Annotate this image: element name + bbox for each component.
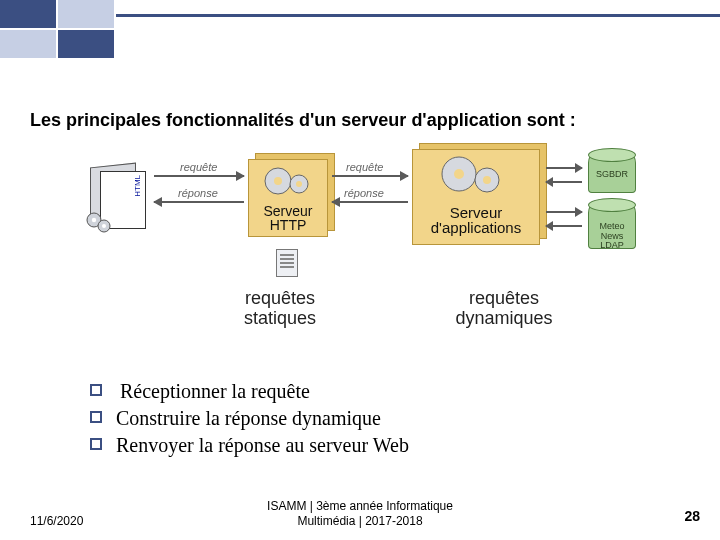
http-server-node: Serveur HTTP bbox=[248, 159, 328, 237]
document-icon bbox=[276, 249, 298, 277]
header-squares bbox=[0, 0, 114, 58]
square-bullet-icon bbox=[90, 384, 102, 396]
gear-icon bbox=[86, 211, 112, 235]
db2-label: Meteo News LDAP bbox=[589, 222, 635, 250]
app-label: Serveur d'applications bbox=[413, 205, 539, 237]
bullet-text: Construire la réponse dynamique bbox=[116, 407, 381, 430]
gear-icon bbox=[437, 154, 509, 196]
svg-point-11 bbox=[483, 176, 491, 184]
bullet-text: Renvoyer la réponse au serveur Web bbox=[116, 434, 409, 457]
db1-label: SGBDR bbox=[589, 170, 635, 179]
square-bullet-icon bbox=[90, 438, 102, 450]
static-requests-label: requêtes statiques bbox=[220, 289, 340, 329]
arrow-label: réponse bbox=[344, 187, 384, 199]
architecture-diagram: HTML requête réponse Serveur HTTP requêt… bbox=[90, 145, 645, 345]
arrow-db-2b bbox=[546, 225, 582, 227]
page-number: 28 bbox=[684, 508, 700, 524]
bullet-list: Réceptionner la requête Construire la ré… bbox=[90, 380, 409, 461]
footer-line1: ISAMM | 3ème année Informatique bbox=[267, 499, 453, 513]
dynamic-requests-label: requêtes dynamiques bbox=[434, 289, 574, 329]
svg-point-7 bbox=[296, 181, 302, 187]
footer-center: ISAMM | 3ème année Informatique Multiméd… bbox=[0, 499, 720, 528]
arrow-db-1b bbox=[546, 181, 582, 183]
list-item: Construire la réponse dynamique bbox=[90, 407, 409, 430]
svg-point-5 bbox=[274, 177, 282, 185]
header-line bbox=[116, 14, 720, 17]
arrow-label: requête bbox=[346, 161, 383, 173]
app-server-node: Serveur d'applications bbox=[412, 149, 540, 245]
arrow-label: requête bbox=[180, 161, 217, 173]
slide-footer: 11/6/2020 ISAMM | 3ème année Informatiqu… bbox=[0, 494, 720, 528]
html-tag: HTML bbox=[133, 175, 142, 197]
svg-point-3 bbox=[102, 224, 106, 228]
arrow-request-2 bbox=[332, 175, 408, 177]
gear-icon bbox=[261, 164, 315, 198]
list-item: Renvoyer la réponse au serveur Web bbox=[90, 434, 409, 457]
square-bullet-icon bbox=[90, 411, 102, 423]
list-item: Réceptionner la requête bbox=[90, 380, 409, 403]
arrow-db-1a bbox=[546, 167, 582, 169]
arrow-response-2 bbox=[332, 201, 408, 203]
database-node-1: SGBDR bbox=[588, 153, 636, 193]
arrow-label: réponse bbox=[178, 187, 218, 199]
svg-point-9 bbox=[454, 169, 464, 179]
bullet-text: Réceptionner la requête bbox=[120, 380, 310, 403]
svg-point-1 bbox=[92, 218, 96, 222]
arrow-response-1 bbox=[154, 201, 244, 203]
slide-title: Les principales fonctionnalités d'un ser… bbox=[30, 110, 700, 131]
footer-line2: Multimédia | 2017-2018 bbox=[297, 514, 422, 528]
database-node-2: Meteo News LDAP bbox=[588, 203, 636, 249]
http-label: Serveur HTTP bbox=[249, 204, 327, 233]
client-node: HTML bbox=[90, 165, 150, 233]
arrow-db-2a bbox=[546, 211, 582, 213]
arrow-request-1 bbox=[154, 175, 244, 177]
